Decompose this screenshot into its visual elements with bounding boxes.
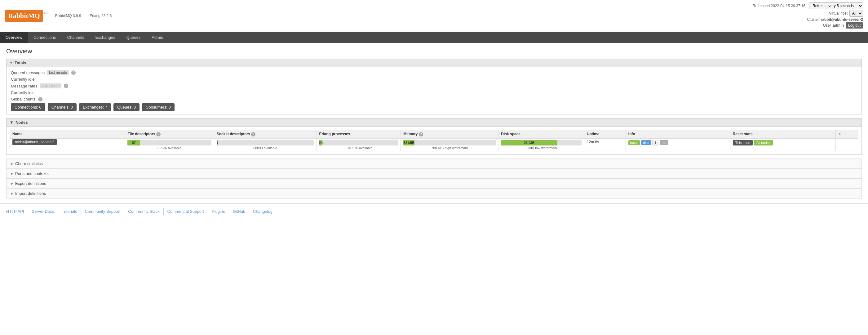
vhost-row: Virtual host All [753,10,863,17]
nav-channels[interactable]: Channels [61,32,90,43]
ports-contexts-header[interactable]: ▶ Ports and contexts [6,169,862,178]
logo-rabbit: Rabbit [8,12,28,20]
churn-arrow: ▶ [11,162,13,165]
disk-watermark: 3 MiB low watermark [501,146,582,150]
totals-arrow: ▼ [10,61,13,64]
col-memory: Memory ? [401,130,498,139]
footer-server-docs[interactable]: Server Docs [28,208,58,215]
currently-idle-1-row: Currently idle [11,77,857,82]
erlang-proc-value: 444 [319,141,323,145]
counts-row: Connections: 0 Channels: 0 Exchanges: 7 … [11,103,857,111]
consumers-badge[interactable]: Consumers: 0 [142,103,175,111]
nav: Overview Connections Channels Exchanges … [0,32,868,43]
nodes-section: ▼ Nodes Name File descriptors ? Socket d… [6,118,862,155]
nodes-section-header[interactable]: ▼ Nodes [6,118,862,127]
socket-desc-available: 58893 available [217,146,314,150]
queued-messages-row: Queued messages last minute ? [11,70,857,75]
refresh-row: Refreshed 2022-04-15 20:37:16 Refresh ev… [753,2,863,9]
connections-badge[interactable]: Connections: 0 [11,103,45,111]
totals-section: ▼ Totals Queued messages last minute ? C… [6,59,862,115]
top-right: Refreshed 2022-04-15 20:37:16 Refresh ev… [753,2,863,29]
footer-changelog[interactable]: Changelog [249,208,276,215]
badge-num: 1 [652,140,658,146]
socket-desc-help[interactable]: ? [251,132,255,136]
footer-community-slack[interactable]: Community Slack [124,208,163,215]
export-definitions-header[interactable]: ▶ Export definitions [6,179,862,188]
badge-basic: basic [628,140,640,145]
table-row: rabbit@ubuntu-server-2 97 65536 availabl… [10,138,858,151]
ports-arrow: ▶ [11,172,13,175]
info-badges: basic disc 1 rss [628,140,727,146]
nav-admin[interactable]: Admin [146,32,168,43]
currently-idle-2-row: Currently idle [11,90,857,95]
queues-badge[interactable]: Queues: 0 [114,103,140,111]
erlang-proc-cell: 444 1048576 available [316,138,401,151]
col-disk-space: Disk space [498,130,584,139]
footer-http-api[interactable]: HTTP API [6,208,28,215]
nodes-header-row: Name File descriptors ? Socket descripto… [10,130,858,139]
import-definitions-header[interactable]: ▶ Import definitions [6,189,862,198]
footer-github[interactable]: GitHub [229,208,249,215]
ports-label: Ports and contexts [15,171,49,176]
memory-help[interactable]: ? [419,132,423,136]
memory-bar-bg: 82 MiB [403,140,496,146]
header: RabbitMQ TM RabbitMQ 3.8.9 Erlang 23.2.6… [0,0,868,32]
file-desc-bar-wrap: 97 65536 available [127,140,211,150]
ports-contexts-section: ▶ Ports and contexts [6,169,862,178]
totals-label: Totals [14,60,26,65]
nodes-section-label: Nodes [16,120,28,125]
node-name: rabbit@ubuntu-server-2 [12,139,57,145]
global-counts-row: Global counts ? [11,97,857,101]
channels-badge[interactable]: Channels: 0 [48,103,76,111]
global-counts-help[interactable]: ? [38,97,42,101]
all-nodes-button[interactable]: All nodes [754,140,773,146]
footer-plugins[interactable]: Plugins [208,208,229,215]
footer-community-support[interactable]: Community Support [81,208,124,215]
col-erlang-proc: Erlang processes [316,130,401,139]
rabbitmq-version: RabbitMQ 3.8.9 [55,13,81,18]
message-rates-help[interactable]: ? [64,84,68,88]
memory-cell: 82 MiB 788 MiB high watermark [401,138,498,151]
footer-commercial-support[interactable]: Commercial Support [164,208,208,215]
this-node-button[interactable]: This node [733,140,753,146]
erlang-proc-bar-bg: 444 [319,140,398,146]
main: Overview ▼ Totals Queued messages last m… [0,43,868,204]
disk-cell: 23 GiB 3 MiB low watermark [498,138,584,151]
nav-overview[interactable]: Overview [0,32,28,43]
file-desc-cell: 97 65536 available [125,138,214,151]
col-reset-stats: Reset stats [730,130,835,139]
plus-minus-cell [836,138,858,151]
nav-queues[interactable]: Queues [121,32,146,43]
disk-value: 23 GiB [524,141,535,145]
churn-statistics-header[interactable]: ▶ Churn statistics [6,159,862,169]
nav-exchanges[interactable]: Exchanges [90,32,121,43]
message-rates-badge: last minute [40,84,61,88]
file-desc-value: 97 [132,141,136,145]
col-plus-minus[interactable]: +/- [836,130,858,139]
logo-box: RabbitMQ [5,10,43,22]
badge-disc: disc [641,140,651,145]
totals-content: Queued messages last minute ? Currently … [6,67,862,115]
col-name: Name [10,130,125,139]
queued-messages-help[interactable]: ? [71,70,75,75]
exchanges-badge[interactable]: Exchanges: 7 [79,103,111,111]
logo-tm: TM [44,11,48,14]
memory-value: 82 MiB [403,141,414,145]
import-label: Import definitions [15,191,46,196]
totals-section-header[interactable]: ▼ Totals [6,59,862,67]
logout-button[interactable]: Log out [846,22,863,29]
socket-desc-bar-wrap: 0 58893 available [217,140,314,150]
vhost-select[interactable]: All [849,10,863,17]
footer-tutorials[interactable]: Tutorials [58,208,81,215]
logo-area: RabbitMQ TM [5,10,48,22]
col-uptime: Uptime [584,130,626,139]
file-desc-bar-fill: 97 [127,140,140,146]
refresh-select[interactable]: Refresh every 5 seconds Refresh every 10… [809,2,863,9]
cluster-name: rabbit@ubuntu-server-2 [821,18,863,22]
nav-connections[interactable]: Connections [28,32,61,43]
file-desc-help[interactable]: ? [156,132,161,136]
socket-desc-cell: 0 58893 available [214,138,316,151]
info-cell: basic disc 1 rss [626,138,730,151]
col-info: Info [626,130,730,139]
nodes-content: Name File descriptors ? Socket descripto… [6,127,862,155]
